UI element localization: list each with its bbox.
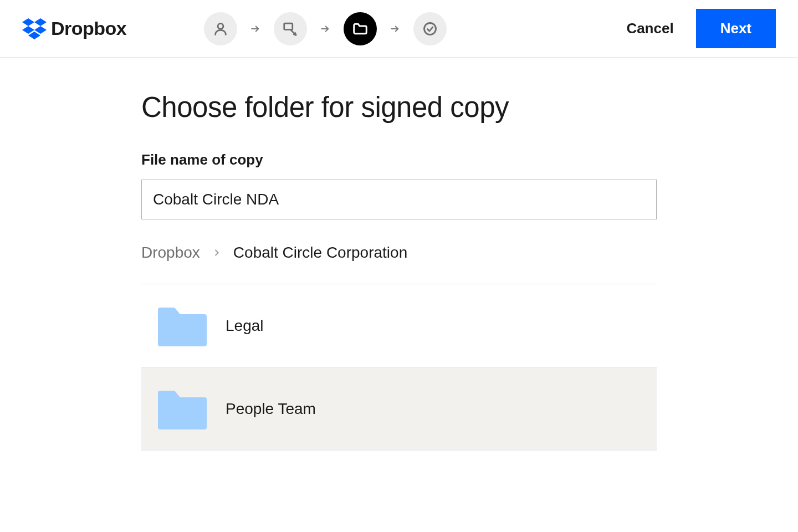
folder-row[interactable]: Legal (141, 284, 657, 367)
svg-marker-1 (34, 18, 47, 26)
filename-input[interactable] (141, 180, 657, 219)
brand-name: Dropbox (51, 18, 126, 39)
step-review[interactable] (413, 12, 447, 45)
chevron-right-icon (212, 248, 221, 257)
dropbox-logo[interactable]: Dropbox (22, 18, 126, 39)
header-actions: Cancel Next (626, 9, 776, 48)
svg-marker-3 (34, 26, 47, 34)
next-button[interactable]: Next (696, 9, 776, 48)
folder-icon (158, 388, 207, 429)
chevron-right-icon (250, 24, 260, 34)
folder-name: Legal (226, 317, 264, 335)
progress-stepper (204, 12, 447, 45)
breadcrumb-current: Cobalt Circle Corporation (233, 244, 407, 262)
cancel-button[interactable]: Cancel (626, 20, 673, 37)
step-recipients[interactable] (204, 12, 237, 45)
folder-name: People Team (226, 400, 316, 418)
app-header: Dropbox (0, 0, 798, 58)
breadcrumb: Dropbox Cobalt Circle Corporation (141, 244, 657, 262)
svg-marker-2 (22, 26, 34, 34)
person-icon (213, 21, 228, 37)
filename-label: File name of copy (141, 151, 657, 168)
page-title: Choose folder for signed copy (141, 91, 657, 124)
folder-icon (352, 21, 369, 37)
step-fields[interactable] (274, 12, 307, 45)
dropbox-icon (22, 18, 47, 39)
check-icon (422, 21, 438, 37)
folder-row[interactable]: People Team (141, 367, 657, 451)
svg-marker-0 (22, 18, 34, 26)
filename-field: File name of copy (141, 151, 657, 219)
folder-icon (158, 305, 207, 346)
svg-point-5 (218, 23, 223, 29)
step-destination[interactable] (344, 12, 377, 45)
main-content: Choose folder for signed copy File name … (0, 58, 798, 451)
chevron-right-icon (320, 24, 330, 34)
svg-marker-4 (28, 32, 40, 39)
folder-list: Legal People Team (141, 284, 657, 451)
chevron-right-icon (390, 24, 400, 34)
fields-icon (282, 21, 299, 37)
svg-rect-7 (284, 23, 293, 29)
breadcrumb-root[interactable]: Dropbox (141, 244, 200, 262)
svg-point-10 (424, 23, 436, 34)
